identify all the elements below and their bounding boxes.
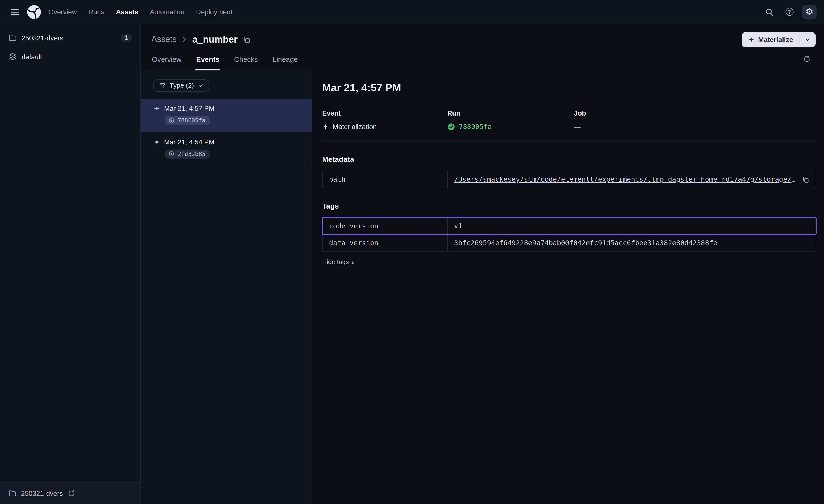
nav-item-assets[interactable]: Assets (116, 8, 138, 16)
asset-header: Assets a_number Materialize (141, 24, 824, 71)
event-type-filter-button[interactable]: Type (2) (153, 80, 209, 92)
filter-label: Type (2) (170, 82, 194, 89)
filter-row: Type (2) (141, 70, 312, 99)
tags-heading: Tags (322, 202, 816, 210)
code-location-label: 250321-dvers (22, 34, 64, 42)
section-divider (322, 141, 816, 141)
materialization-sparkle-icon (153, 105, 161, 112)
tags-table: code_version v1 data_version 3bfc269594e… (322, 217, 816, 252)
help-icon[interactable]: ? (782, 5, 797, 19)
metadata-table: path /Users/smackesey/stm/code/elementl/… (322, 171, 816, 188)
table-row: path /Users/smackesey/stm/code/elementl/… (323, 171, 816, 187)
folder-icon (8, 33, 17, 42)
asset-name: a_number (193, 34, 238, 45)
nav-item-automation[interactable]: Automation (150, 8, 185, 16)
table-row-data-version[interactable]: data_version 3bfc269594ef649228e9a74bab0… (323, 234, 816, 251)
table-row-code-version[interactable]: code_version v1 (323, 218, 816, 234)
materialize-label: Materialize (758, 35, 793, 43)
job-column-label: Job (574, 109, 816, 117)
asset-group-icon (8, 52, 17, 61)
default-group-label: default (22, 53, 42, 60)
caret-up-icon: ▴ (351, 260, 354, 264)
materialization-sparkle-icon (153, 138, 161, 145)
settings-gear-icon[interactable]: ⚙ (802, 5, 817, 19)
sidebar-footer[interactable]: 250321-dvers (0, 482, 140, 504)
event-list-panel: Type (2) Mar 21, 4:57 PM (141, 70, 312, 504)
breadcrumb: Assets a_number Materialize (151, 30, 816, 48)
tab-checks[interactable]: Checks (234, 51, 258, 70)
tab-lineage[interactable]: Lineage (272, 51, 298, 70)
metadata-key: path (323, 171, 448, 187)
event-info-grid: Event Materialization Run (322, 109, 816, 131)
materialization-sparkle-icon (322, 123, 329, 130)
run-success-check-icon (447, 123, 455, 131)
tag-key: data_version (323, 235, 448, 251)
refresh-icon[interactable] (800, 52, 814, 66)
asset-count-badge: 1 (121, 33, 132, 42)
tag-value: v1 (454, 222, 462, 230)
events-content: Type (2) Mar 21, 4:57 PM (141, 70, 824, 504)
top-navbar: Overview Runs Assets Automation Deployme… (0, 0, 824, 24)
event-column-label: Event (322, 109, 447, 117)
chevron-down-icon (197, 83, 204, 89)
materialize-dropdown-arrow[interactable] (799, 32, 816, 47)
run-status-icon (168, 151, 175, 157)
tag-key: code_version (323, 218, 448, 234)
event-type-value: Materialization (333, 123, 377, 131)
sidebar-item-default-group[interactable]: default (0, 47, 140, 66)
folder-icon (8, 489, 16, 497)
tag-value: 3bfc269594ef649228e9a74bab00f042efc91d5a… (454, 239, 717, 247)
event-detail-title: Mar 21, 4:57 PM (322, 82, 816, 94)
left-sidebar: 250321-dvers 1 default 250321-dvers (0, 24, 141, 504)
event-timestamp: Mar 21, 4:54 PM (164, 138, 214, 146)
run-id-link[interactable]: 788005fa (459, 123, 492, 131)
event-list-item[interactable]: Mar 21, 4:54 PM 2fd32b85 (141, 132, 312, 165)
run-column-label: Run (447, 109, 574, 117)
hamburger-menu-icon[interactable] (7, 5, 22, 19)
nav-item-runs[interactable]: Runs (88, 8, 104, 16)
hide-tags-link[interactable]: Hide tags ▴ (322, 258, 354, 266)
nav-item-deployment[interactable]: Deployment (196, 8, 232, 16)
event-timestamp: Mar 21, 4:57 PM (164, 105, 214, 112)
main-panel: Assets a_number Materialize (141, 24, 824, 504)
sidebar-item-code-location[interactable]: 250321-dvers 1 (0, 28, 140, 47)
tab-overview[interactable]: Overview (151, 51, 182, 70)
tab-events[interactable]: Events (196, 51, 220, 70)
reload-location-icon[interactable] (68, 490, 75, 497)
dagster-logo-icon[interactable] (26, 4, 42, 20)
run-id-badge[interactable]: 788005fa (165, 116, 210, 125)
sparkle-icon (747, 36, 754, 43)
copy-asset-name-icon[interactable] (243, 35, 251, 43)
asset-tabs: Overview Events Checks Lineage (151, 51, 816, 70)
filter-funnel-icon (159, 82, 166, 89)
app-root: Overview Runs Assets Automation Deployme… (0, 0, 824, 504)
metadata-path-link[interactable]: /Users/smackesey/stm/code/elementl/exper… (454, 175, 798, 183)
metadata-heading: Metadata (322, 155, 816, 163)
breadcrumb-assets-link[interactable]: Assets (151, 35, 177, 44)
app-body: 250321-dvers 1 default 250321-dvers (0, 24, 824, 504)
main-nav: Overview Runs Assets Automation Deployme… (48, 8, 232, 16)
copy-path-icon[interactable] (802, 176, 809, 183)
navbar-actions: ? ⚙ (762, 5, 817, 19)
search-icon[interactable] (762, 5, 777, 19)
job-value: — (574, 123, 581, 131)
run-id-badge[interactable]: 2fd32b85 (165, 149, 210, 158)
event-detail-panel: Mar 21, 4:57 PM Event Materialization (312, 70, 824, 504)
materialize-button[interactable]: Materialize (741, 32, 816, 47)
event-list-item[interactable]: Mar 21, 4:57 PM 788005fa (141, 99, 312, 132)
run-status-icon (168, 117, 175, 124)
nav-item-overview[interactable]: Overview (48, 8, 77, 16)
chevron-right-icon (181, 36, 188, 43)
footer-location-label: 250321-dvers (21, 489, 63, 497)
